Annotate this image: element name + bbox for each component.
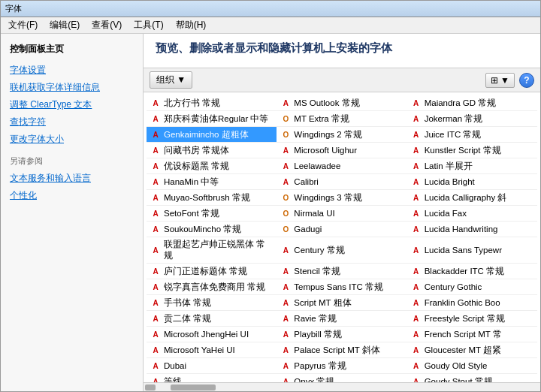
grid-view-button[interactable]: ⊞ ▼ <box>485 73 515 88</box>
font-cell[interactable]: AMicrosoft JhengHei UI <box>147 327 277 342</box>
font-cell[interactable]: A问藏书房 常规体 <box>147 143 277 158</box>
nav-get-fonts-online[interactable]: 联机获取字体详细信息 <box>1 79 143 96</box>
font-cell[interactable]: ALucida Bright <box>407 174 537 189</box>
font-cell[interactable]: APalace Script MT 斜体 <box>277 342 407 357</box>
font-cell[interactable]: AScript MT 粗体 <box>277 295 407 310</box>
font-type-icon: A <box>280 344 292 356</box>
font-row: ADubaiAPapyrus 常规AGoudy Old Style <box>147 358 537 374</box>
menu-edit[interactable]: 编辑(E) <box>45 17 84 33</box>
font-cell[interactable]: ADubai <box>147 358 277 373</box>
scrollbar[interactable] <box>144 382 540 391</box>
font-cell[interactable]: A手书体 常规 <box>147 295 277 310</box>
font-name-label: Lucida Handwriting <box>425 225 498 234</box>
font-cell[interactable]: AJuice ITC 常规 <box>407 127 537 142</box>
nav-find-char[interactable]: 查找字符 <box>1 113 143 131</box>
font-cell[interactable]: A联盟起艺卢帅正锐黑体 常规 <box>147 237 277 263</box>
font-cell[interactable]: OMT Extra 常规 <box>277 111 407 126</box>
font-type-icon: A <box>410 207 422 219</box>
menu-help[interactable]: 帮助(H) <box>171 17 211 33</box>
font-cell[interactable]: AGloucester MT 超紧 <box>407 342 537 357</box>
help-button[interactable]: ? <box>519 73 534 88</box>
font-name-label: MT Extra 常规 <box>294 113 349 125</box>
font-cell[interactable]: AStencil 常规 <box>277 264 407 279</box>
font-cell[interactable]: ALucida Sans Typewr <box>407 237 537 263</box>
organize-button[interactable]: 组织 ▼ <box>150 71 192 89</box>
font-type-icon: A <box>150 160 162 172</box>
font-cell[interactable]: ALucida Handwriting <box>407 222 537 237</box>
font-cell[interactable]: A庐门正道标题体 常规 <box>147 264 277 279</box>
font-cell[interactable]: A等线 <box>147 374 277 382</box>
right-header: 预览、删除或者显示和隐藏计算机上安装的字体 <box>144 34 540 68</box>
font-name-label: Latin 半展开 <box>425 161 473 172</box>
font-name-label: 联盟起艺卢帅正锐黑体 常规 <box>164 239 274 261</box>
font-cell[interactable]: AGenkaimincho 超粗体 <box>147 127 277 142</box>
font-cell[interactable]: ACalibri <box>277 174 407 189</box>
font-type-icon: A <box>410 113 422 125</box>
font-cell[interactable]: AGoudy Stout 常规 <box>407 374 537 382</box>
font-cell[interactable]: AHanaMin 中等 <box>147 174 277 189</box>
link-personalization[interactable]: 个性化 <box>1 187 143 204</box>
font-cell[interactable]: APlaybill 常规 <box>277 327 407 342</box>
font-cell[interactable]: A贡二体 常规 <box>147 311 277 326</box>
font-name-label: Lucida Bright <box>425 177 475 186</box>
font-name-label: Franklin Gothic Boo <box>425 298 500 307</box>
font-cell[interactable]: A优设标题黑 常规 <box>147 158 277 173</box>
menu-view[interactable]: 查看(V) <box>87 17 126 33</box>
font-cell[interactable]: A锐字真言体免费商用 常规 <box>147 279 277 294</box>
nav-change-size[interactable]: 更改字体大小 <box>1 131 143 148</box>
font-cell[interactable]: AFrench Script MT 常 <box>407 327 537 342</box>
font-cell[interactable]: AMS Outlook 常规 <box>277 95 407 110</box>
font-cell[interactable]: APapyrus 常规 <box>277 358 407 373</box>
nav-cleartype[interactable]: 调整 ClearType 文本 <box>1 96 143 113</box>
font-type-icon: A <box>410 375 422 382</box>
menu-tools[interactable]: 工具(T) <box>129 17 168 33</box>
font-cell[interactable]: ALucida Fax <box>407 206 537 221</box>
scroll-left-btn[interactable] <box>145 384 156 390</box>
font-cell[interactable]: OGadugi <box>277 222 407 237</box>
font-type-icon: A <box>150 223 162 235</box>
nav-font-settings[interactable]: 字体设置 <box>1 62 143 79</box>
font-cell[interactable]: ACentury 常规 <box>277 237 407 263</box>
font-cell[interactable]: AGoudy Old Style <box>407 358 537 373</box>
menu-file[interactable]: 文件(F) <box>4 17 42 33</box>
font-cell[interactable]: AJokerman 常规 <box>407 111 537 126</box>
font-type-icon: A <box>280 312 292 324</box>
font-cell[interactable]: ARavie 常规 <box>277 311 407 326</box>
font-type-icon: O <box>280 223 292 235</box>
font-type-icon: A <box>150 375 162 382</box>
font-cell[interactable]: ALeelawadee <box>277 158 407 173</box>
font-cell[interactable]: ONirmala UI <box>277 206 407 221</box>
font-cell[interactable]: OWingdings 3 常规 <box>277 190 407 205</box>
font-cell[interactable]: ASoukouMincho 常规 <box>147 222 277 237</box>
font-cell[interactable]: ATempus Sans ITC 常规 <box>277 279 407 294</box>
font-cell[interactable]: A北方行书 常规 <box>147 95 277 110</box>
scroll-thumb[interactable] <box>171 384 216 390</box>
font-cell[interactable]: ALatin 半展开 <box>407 158 537 173</box>
font-type-icon: A <box>280 360 292 372</box>
font-name-label: SetoFont 常规 <box>164 208 219 219</box>
font-cell[interactable]: AFranklin Gothic Boo <box>407 295 537 310</box>
font-row: AMicrosoft YaHei UIAPalace Script MT 斜体A… <box>147 342 537 358</box>
font-type-icon: A <box>410 244 422 256</box>
font-cell[interactable]: AMuyao-Softbrush 常规 <box>147 190 277 205</box>
font-cell[interactable]: ASetoFont 常规 <box>147 206 277 221</box>
font-cell[interactable]: ALucida Calligraphy 斜 <box>407 190 537 205</box>
font-cell[interactable]: AKunstler Script 常规 <box>407 143 537 158</box>
font-cell[interactable]: AFreestyle Script 常规 <box>407 311 537 326</box>
link-text-services[interactable]: 文本服务和输入语言 <box>1 170 143 187</box>
font-cell[interactable]: ABlackadder ITC 常规 <box>407 264 537 279</box>
font-cell[interactable]: AMicrosoft YaHei UI <box>147 342 277 357</box>
font-cell[interactable]: ACentury Gothic <box>407 279 537 294</box>
font-name-label: Stencil 常规 <box>294 266 340 277</box>
font-cell[interactable]: OWingdings 2 常规 <box>277 127 407 142</box>
font-cell[interactable]: AOnyx 常规 <box>277 374 407 382</box>
font-cell[interactable]: AMaiandra GD 常规 <box>407 95 537 110</box>
help-icon: ? <box>524 75 529 86</box>
font-type-icon: A <box>410 297 422 309</box>
font-name-label: Goudy Old Style <box>425 361 488 370</box>
font-cell[interactable]: A郑庆科黄油体Regular 中等 <box>147 111 277 126</box>
font-type-icon: O <box>280 113 292 125</box>
font-type-icon: A <box>410 160 422 172</box>
font-row: A优设标题黑 常规ALeelawadeeALatin 半展开 <box>147 158 537 174</box>
font-cell[interactable]: AMicrosoft Uighur <box>277 143 407 158</box>
